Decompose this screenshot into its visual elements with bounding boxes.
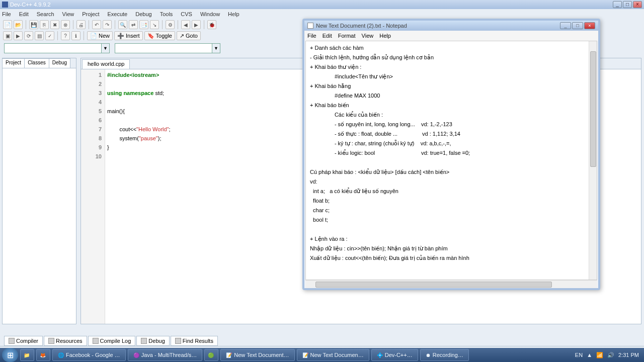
find-icon[interactable]: 🔍 bbox=[118, 20, 127, 29]
redo-icon[interactable]: ↷ bbox=[103, 20, 112, 29]
notepad-window: New Text Document (2).txt - Notepad _ □ … bbox=[302, 19, 600, 290]
findfiles-icon[interactable]: 📑 bbox=[139, 20, 148, 29]
undo-icon[interactable]: ↶ bbox=[92, 20, 101, 29]
task-app5[interactable]: 🟢 bbox=[204, 349, 218, 361]
help-icon[interactable]: ? bbox=[61, 31, 70, 40]
replace-icon[interactable]: ⇄ bbox=[129, 20, 138, 29]
np-scroll-thumb-v[interactable] bbox=[590, 51, 596, 167]
tab-debug[interactable]: Debug bbox=[49, 58, 70, 68]
menu-debug[interactable]: Debug bbox=[135, 11, 151, 17]
goto-button[interactable]: ↗Goto bbox=[177, 31, 201, 40]
tray-network-icon[interactable]: 📶 bbox=[596, 352, 603, 358]
menu-view[interactable]: View bbox=[62, 11, 74, 17]
task-notepad2[interactable]: 📝New Text Documen… bbox=[297, 349, 369, 361]
task-eclipse[interactable]: 🟣Java - MultiThread/s… bbox=[128, 349, 203, 361]
np-scrollbar-v[interactable] bbox=[589, 41, 597, 280]
findresults-icon bbox=[175, 338, 181, 344]
compile-run-icon[interactable]: ▣ bbox=[3, 31, 12, 40]
task-chrome[interactable]: 🌐Facebook - Google … bbox=[52, 349, 126, 361]
task-app2[interactable]: 🦊 bbox=[36, 349, 50, 361]
notepad-titlebar[interactable]: New Text Document (2).txt - Notepad _ □ … bbox=[304, 21, 598, 31]
task-notepad1[interactable]: 📝New Text Document… bbox=[220, 349, 294, 361]
btab-compilelog[interactable]: Compile Log bbox=[88, 336, 136, 346]
compile-icon[interactable]: ⚙ bbox=[166, 20, 175, 29]
tray-sound-icon[interactable]: 🔊 bbox=[607, 352, 614, 358]
btab-resources[interactable]: Resources bbox=[44, 336, 87, 346]
tab-project[interactable]: Project bbox=[3, 58, 25, 68]
minimize-button[interactable]: _ bbox=[613, 1, 622, 8]
debug-tab-icon bbox=[141, 338, 147, 344]
closeall-icon[interactable]: ⊗ bbox=[61, 20, 70, 29]
function-combo[interactable]: ▼ bbox=[115, 43, 220, 53]
menu-tools[interactable]: Tools bbox=[160, 11, 173, 17]
debug2-icon[interactable]: ▤ bbox=[35, 31, 44, 40]
np-minimize-button[interactable]: _ bbox=[560, 22, 571, 29]
maximize-button[interactable]: □ bbox=[623, 1, 632, 8]
notepad-title: New Text Document (2).txt - Notepad bbox=[316, 23, 407, 29]
new-button[interactable]: 📄New bbox=[87, 31, 113, 40]
gotoline-icon[interactable]: ↘ bbox=[150, 20, 159, 29]
editor-tab[interactable]: hello world.cpp bbox=[82, 59, 130, 69]
run-icon[interactable]: ▶ bbox=[14, 31, 23, 40]
btab-findresults[interactable]: Find Results bbox=[171, 336, 218, 346]
new-icon[interactable]: 📄 bbox=[3, 20, 12, 29]
devcpp-icon bbox=[2, 2, 8, 8]
np-menu-help[interactable]: Help bbox=[379, 33, 391, 39]
np-menu-format[interactable]: Format bbox=[338, 33, 356, 39]
devcpp-menubar: File Edit Search View Project Execute De… bbox=[0, 9, 644, 19]
menu-cvs[interactable]: CVS bbox=[181, 11, 192, 17]
np-menu-edit[interactable]: Edit bbox=[323, 33, 332, 39]
system-tray: EN ▲ 📶 🔊 2:31 PM bbox=[575, 352, 642, 358]
menu-edit[interactable]: Edit bbox=[19, 11, 29, 17]
toggle-button[interactable]: 🔖Toggle bbox=[144, 31, 175, 40]
np-scrollbar-h[interactable] bbox=[305, 280, 597, 288]
btab-compiler[interactable]: Compiler bbox=[4, 336, 43, 346]
menu-file[interactable]: File bbox=[2, 11, 11, 17]
saveall-icon[interactable]: ⎘ bbox=[40, 20, 49, 29]
nav-fwd-icon[interactable]: ▶ bbox=[192, 20, 201, 29]
project-panel: Project Classes Debug bbox=[2, 58, 76, 324]
class-combo[interactable]: ▼ bbox=[4, 43, 110, 53]
task-devcpp[interactable]: 💠Dev-C++… bbox=[371, 349, 418, 361]
task-recording[interactable]: ⏺Recording… bbox=[420, 349, 469, 361]
devcpp-title: Dev-C++ 4.9.9.2 bbox=[10, 2, 51, 8]
np-maximize-button[interactable]: □ bbox=[572, 22, 583, 29]
menu-execute[interactable]: Execute bbox=[107, 11, 127, 17]
insert-button[interactable]: ➕Insert bbox=[114, 31, 143, 40]
notepad-body[interactable]: + Danh sách các hàm- Giải thích lệnh, hư… bbox=[305, 41, 597, 280]
np-menu-file[interactable]: File bbox=[307, 33, 316, 39]
open-icon[interactable]: 📂 bbox=[14, 20, 23, 29]
compilelog-icon bbox=[93, 338, 99, 344]
rebuild-icon[interactable]: ⟳ bbox=[24, 31, 33, 40]
notepad-text[interactable]: + Danh sách các hàm- Giải thích lệnh, hư… bbox=[306, 41, 597, 265]
menu-window[interactable]: Window bbox=[200, 11, 220, 17]
bottom-tabs: Compiler Resources Compile Log Debug Fin… bbox=[2, 335, 644, 347]
compiler-icon bbox=[9, 338, 15, 344]
code-lines: #include<iostream> using namespace std; … bbox=[107, 70, 171, 152]
save-icon[interactable]: 💾 bbox=[29, 20, 38, 29]
nav-back-icon[interactable]: ◀ bbox=[181, 20, 190, 29]
np-scroll-thumb-h[interactable] bbox=[315, 282, 552, 288]
profile-icon[interactable]: ✓ bbox=[45, 31, 54, 40]
menu-help[interactable]: Help bbox=[228, 11, 239, 17]
tab-classes[interactable]: Classes bbox=[25, 58, 49, 68]
close-file-icon[interactable]: ✖ bbox=[50, 20, 59, 29]
start-button[interactable] bbox=[2, 348, 18, 362]
close-button[interactable]: × bbox=[633, 1, 642, 8]
windows-taskbar: 📁 🦊 🌐Facebook - Google … 🟣Java - MultiTh… bbox=[0, 348, 644, 362]
menu-search[interactable]: Search bbox=[37, 11, 54, 17]
print-icon[interactable]: 🖨 bbox=[76, 20, 86, 29]
line-gutter: 12345678910 bbox=[81, 69, 105, 324]
resources-icon bbox=[48, 338, 54, 344]
notepad-menubar: File Edit Format View Help bbox=[304, 31, 598, 41]
about-icon[interactable]: ℹ bbox=[71, 31, 80, 40]
menu-project[interactable]: Project bbox=[82, 11, 99, 17]
tray-flag-icon[interactable]: ▲ bbox=[587, 352, 592, 358]
np-menu-view[interactable]: View bbox=[362, 33, 374, 39]
task-explorer[interactable]: 📁 bbox=[20, 349, 34, 361]
tray-lang[interactable]: EN bbox=[575, 352, 583, 358]
debug-icon[interactable]: 🐞 bbox=[207, 20, 216, 29]
tray-time[interactable]: 2:31 PM bbox=[618, 352, 639, 358]
np-close-button[interactable]: × bbox=[584, 22, 595, 29]
btab-debug[interactable]: Debug bbox=[136, 336, 169, 346]
